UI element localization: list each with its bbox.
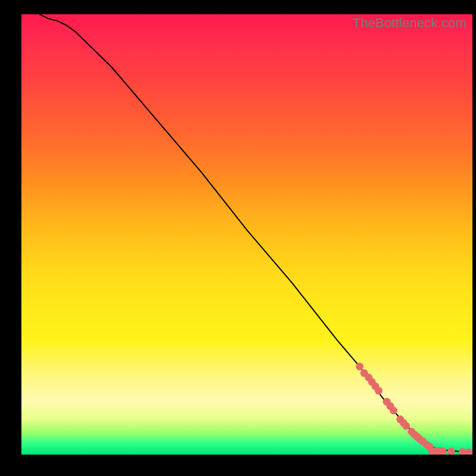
data-point xyxy=(356,363,364,371)
data-point xyxy=(439,447,447,455)
chart-frame: TheBottleneck.com xyxy=(0,0,476,476)
data-point xyxy=(402,422,410,430)
data-point xyxy=(390,407,397,415)
data-point xyxy=(375,387,383,394)
data-point xyxy=(447,447,455,455)
plot-area: TheBottleneck.com xyxy=(21,14,472,455)
data-points xyxy=(356,363,472,455)
chart-svg xyxy=(21,14,472,455)
curve-line xyxy=(39,14,472,452)
data-point xyxy=(465,449,472,455)
